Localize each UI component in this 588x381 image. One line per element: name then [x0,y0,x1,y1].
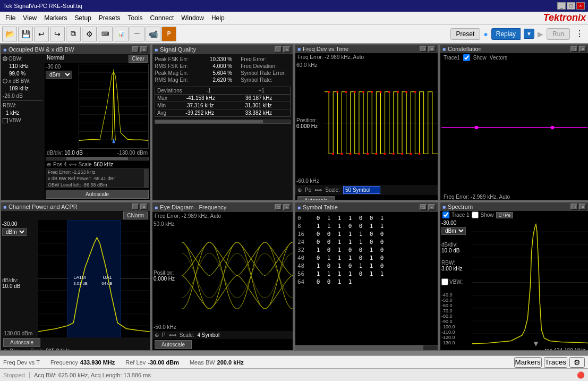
run-button[interactable]: Run [547,28,570,40]
markers-button[interactable]: Markers [514,357,542,368]
tool5-button[interactable]: P [161,27,176,41]
panel-fdt-close[interactable]: × [428,46,436,52]
ed-pos-icon: ⊕ [155,332,159,338]
copy-button[interactable]: ⧉ [66,27,81,41]
autoscale-cp[interactable]: Autoscale [3,338,40,347]
obw-scrollbar[interactable] [46,157,149,160]
symbol-cell: 0 [379,239,385,245]
avg-neg: -39.292 kHz [171,110,229,116]
trace1-checkbox[interactable] [442,211,449,218]
tool2-button[interactable]: 📊 [114,27,129,41]
menu-file[interactable]: File [2,13,19,23]
tool4-button[interactable]: 📹 [146,27,160,41]
preset-button[interactable]: Preset [450,28,481,40]
svg-point-32 [410,153,412,155]
spec-db-div: dB/div: [441,242,458,248]
panel-cp-close[interactable]: × [140,204,148,210]
panel-const-close[interactable]: × [579,46,586,52]
panel-sq-minimize[interactable]: _ [275,46,282,53]
fdt-scale-input[interactable] [343,186,380,194]
sq-scrollbar[interactable] [155,120,291,124]
autoscale-obw[interactable]: Autoscale [46,190,149,199]
close-button[interactable]: × [576,2,585,10]
right-controls: Preset ● Replay ▼ ▶ Run ⋮ [450,28,586,40]
tektronix-logo: Tektronix [543,12,586,23]
panel-const-header: ■ Constellation □ × [440,45,588,53]
panel-obw: ■ Occupied BW & x dB BW _ × OBW: 110 kHz… [0,44,151,201]
panel-spec-close[interactable]: × [579,204,586,210]
panel-sq-close[interactable]: × [283,46,291,53]
xdb-value: 109 kHz [3,86,43,91]
vbw-checkbox[interactable] [441,278,448,285]
traces-button[interactable]: Traces [544,357,567,368]
panel-ed-expand[interactable]: □ [275,204,282,210]
tool3-button[interactable]: 〰 [130,27,144,41]
menu-markers[interactable]: Markers [41,13,70,23]
symbol-addr: 64 [297,278,310,285]
panel-const-expand[interactable]: □ [570,46,578,52]
symbol-cell: 0 [326,278,331,285]
pos-icon-obw: ⊕ [47,162,51,167]
obw-level-obw: OBW Level left: -86.58 dBm [46,182,148,188]
cp-unit[interactable]: dBm [2,228,27,236]
menu-connect[interactable]: Connect [147,13,177,23]
settings-gear-button[interactable]: ⚙ [569,357,585,368]
menu-window[interactable]: Window [178,13,207,23]
ed-subtitle: Freq Error: -2.989 kHz, Auto [155,213,221,219]
tool1-button[interactable]: ⌨ [98,27,113,41]
error-icon: 🔴 [577,371,585,379]
symbol-addr: 40 [297,255,310,261]
spec-unit[interactable]: dBm [441,227,466,235]
symbol-cell: 0 [379,247,385,253]
menu-presets[interactable]: Presets [96,13,124,23]
autoscale-fdt[interactable]: Autoscale [297,196,335,201]
show-spec-checkbox[interactable] [472,211,479,218]
open-button[interactable]: 📂 [2,27,17,41]
cplus-button[interactable]: C+Pe [496,212,514,218]
settings-button[interactable]: ⚙ [82,27,97,41]
symbol-cell: 0 [316,215,321,222]
panel-obw-close[interactable]: × [140,46,148,53]
panel-st-expand[interactable]: □ [420,204,427,210]
dev-neg1: -1 [182,88,235,94]
menu-help[interactable]: Help [208,13,228,23]
replay-button[interactable]: Replay [491,28,521,40]
panel-st-close[interactable]: × [428,204,436,210]
show-checkbox[interactable] [463,54,470,61]
autoscale-ed[interactable]: Autoscale [155,340,192,349]
menu-setup[interactable]: Setup [71,13,94,23]
panel-ed-close[interactable]: × [283,204,291,210]
st-hscroll[interactable] [295,345,438,350]
cnorm-button[interactable]: CNorm [123,211,148,219]
spec-vbw-label: VBW: [449,279,463,285]
menu-tools[interactable]: Tools [125,13,146,23]
app-title: Tek SignalVu-PC RKE-Soul.tiq [3,3,82,9]
clear-button[interactable]: Clear [129,55,148,63]
minimize-button[interactable]: _ [557,2,566,10]
unit-select-obw[interactable]: dBm [46,71,72,79]
more-options-button[interactable]: ⋮ [573,28,586,40]
symbol-addr: 56 [297,270,310,277]
symbol-cell: 0 [358,215,363,222]
spec-rbw-label: RBW: [441,260,455,266]
redo-button[interactable]: ↪ [50,27,65,41]
menu-view[interactable]: View [20,13,40,23]
save-button[interactable]: 💾 [18,27,33,41]
obw-radio[interactable]: OBW: [3,56,43,62]
max-neg: -41.153 kHz [172,95,230,101]
svg-point-25 [379,91,381,93]
maximize-button[interactable]: □ [567,2,575,10]
panel-fdt-expand[interactable]: □ [420,46,427,52]
panel-obw-minimize[interactable]: _ [132,46,139,53]
ref-lev-label: Ref Lev [125,359,146,366]
panel-spec-expand[interactable]: □ [570,204,578,210]
svg-point-24 [375,153,377,155]
symbol-cell: 1 [347,270,353,277]
symbol-cell: 0 [326,239,331,245]
panel-cp-minimize[interactable]: _ [132,204,139,210]
peak-fsk-value: 10.330 % [210,56,232,62]
cp-y-bottom: -130.00 dBm [2,331,37,336]
replay-dropdown[interactable]: ▼ [524,29,534,39]
undo-button[interactable]: ↩ [34,27,49,41]
xdb-radio[interactable]: x dB BW: [3,78,43,84]
